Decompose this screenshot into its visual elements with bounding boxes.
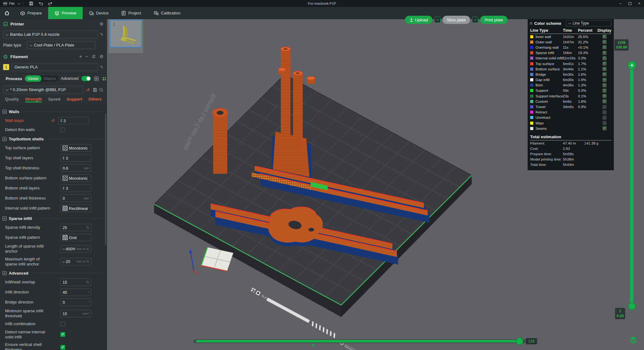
- layers-view-icon[interactable]: [629, 336, 638, 346]
- checkbox[interactable]: [60, 128, 65, 132]
- sync-filament-icon[interactable]: [91, 54, 96, 59]
- redo-icon[interactable]: [48, 2, 53, 6]
- sidebar-scrollbar[interactable]: [105, 113, 106, 245]
- home-button[interactable]: [0, 7, 14, 19]
- upload-button[interactable]: Upload: [405, 16, 432, 24]
- close-button[interactable]: ×: [635, 0, 644, 7]
- display-checkbox[interactable]: [602, 67, 607, 71]
- remove-filament-button[interactable]: −: [85, 54, 88, 59]
- percent-cell: 9.9%: [578, 105, 597, 109]
- display-checkbox[interactable]: [602, 56, 607, 60]
- display-checkbox[interactable]: [602, 99, 607, 103]
- display-checkbox[interactable]: [602, 83, 607, 87]
- display-checkbox[interactable]: [602, 89, 607, 93]
- display-checkbox[interactable]: [602, 110, 607, 114]
- input-field[interactable]: 0.6mm: [60, 164, 91, 172]
- save-preset-icon[interactable]: [93, 88, 97, 92]
- input-field[interactable]: 45°: [60, 288, 91, 296]
- display-checkbox[interactable]: [602, 40, 607, 44]
- checkbox[interactable]: [60, 322, 65, 326]
- tab-project[interactable]: Project: [115, 7, 147, 19]
- reset-icon[interactable]: ↺: [51, 118, 55, 123]
- save-icon[interactable]: [29, 1, 33, 6]
- tab-preview[interactable]: Preview: [48, 7, 82, 19]
- file-menu[interactable]: File: [9, 2, 15, 5]
- advanced-toggle[interactable]: [81, 76, 91, 81]
- input-field[interactable]: 3: [60, 154, 91, 162]
- minimize-button[interactable]: –: [616, 0, 625, 7]
- search-icon[interactable]: [99, 88, 103, 92]
- compare-presets-icon[interactable]: [102, 76, 107, 81]
- layer-slider-bottom-handle[interactable]: [628, 302, 636, 310]
- checkbox[interactable]: [60, 332, 65, 337]
- display-checkbox[interactable]: [602, 35, 607, 39]
- layer-slider-top-handle[interactable]: +: [628, 61, 636, 69]
- stepper-arrows[interactable]: [60, 119, 62, 122]
- display-checkbox[interactable]: [602, 45, 607, 49]
- plate-type-select[interactable]: Cool Plate / PLA Plate: [27, 41, 96, 49]
- input-field[interactable]: 3: [58, 117, 89, 124]
- display-checkbox[interactable]: [602, 62, 607, 66]
- input-field[interactable]: Rectilinear: [60, 205, 91, 212]
- display-checkbox[interactable]: [602, 126, 607, 130]
- display-checkbox[interactable]: [602, 94, 607, 98]
- printer-select[interactable]: Bambu Lab P1P 0.4 nozzle: [3, 30, 98, 38]
- scope-toggle[interactable]: Global Objects: [25, 75, 58, 82]
- process-tab-quality[interactable]: Quality: [5, 97, 19, 102]
- undo-icon[interactable]: [38, 2, 43, 6]
- print-plate-button[interactable]: Print plate: [480, 16, 508, 24]
- edit-filament-icon[interactable]: ✎: [100, 65, 103, 69]
- checkbox[interactable]: [60, 345, 65, 350]
- dropdown-field[interactable]: 20mm or %: [60, 258, 91, 265]
- printer-settings-icon[interactable]: ⚙: [99, 21, 103, 26]
- display-checkbox[interactable]: [602, 121, 607, 125]
- display-checkbox[interactable]: [602, 51, 607, 55]
- tab-device[interactable]: Device: [83, 7, 115, 19]
- display-checkbox[interactable]: [602, 72, 607, 76]
- chevron-down-icon[interactable]: [18, 2, 20, 4]
- move-slider-track[interactable]: [193, 339, 525, 343]
- layer-slider-track[interactable]: [630, 63, 633, 310]
- maximize-button[interactable]: [625, 0, 635, 7]
- input-field[interactable]: Monotonic ...: [60, 144, 91, 152]
- input-field[interactable]: Grid: [60, 234, 91, 241]
- display-checkbox[interactable]: [602, 116, 607, 120]
- filament-settings-icon[interactable]: ⚙: [99, 54, 103, 59]
- scope-global[interactable]: Global: [25, 75, 42, 82]
- input-field[interactable]: 15%: [60, 278, 91, 286]
- input-field[interactable]: 25%: [60, 224, 91, 231]
- filament-select[interactable]: Generic PLA: [12, 63, 98, 71]
- collapse-panel-icon[interactable]: [530, 22, 532, 25]
- slice-plate-button[interactable]: Slice plate: [442, 16, 470, 24]
- move-slider-handle[interactable]: [516, 337, 523, 345]
- input-field[interactable]: 15mm²: [60, 310, 91, 317]
- tab-calibration[interactable]: Calibration: [147, 7, 187, 19]
- plate-thumbnail[interactable]: 1: [110, 20, 142, 47]
- input-field[interactable]: 0mm: [60, 194, 91, 202]
- process-tab-speed[interactable]: Speed: [48, 97, 60, 102]
- input-field[interactable]: 0°: [60, 298, 91, 306]
- display-checkbox[interactable]: [602, 105, 607, 109]
- process-tab-support[interactable]: Support: [67, 97, 82, 102]
- dropdown-field[interactable]: 400%mm or %: [60, 245, 91, 253]
- add-filament-button[interactable]: +: [79, 54, 82, 59]
- input-field[interactable]: 3: [60, 184, 91, 192]
- process-tab-strength[interactable]: Strength: [25, 97, 42, 102]
- process-tab-others[interactable]: Others: [88, 97, 102, 102]
- reset-preset-icon[interactable]: ↺: [86, 87, 90, 92]
- menu-icon[interactable]: [3, 2, 7, 5]
- scope-objects[interactable]: Objects: [44, 77, 56, 80]
- edit-printer-icon[interactable]: ✎: [100, 32, 103, 37]
- view-mode-select[interactable]: Line Type: [566, 20, 611, 26]
- process-preset-select[interactable]: * 0.20mm Strength @BBL P1P: [3, 86, 83, 94]
- slice-dropdown-button[interactable]: [434, 17, 441, 23]
- process-settings: WallsWall loops↺3Detect thin wallsTop/bo…: [0, 106, 107, 350]
- stepper-arrows[interactable]: [63, 187, 64, 190]
- view-list-icon[interactable]: [94, 76, 99, 81]
- display-checkbox[interactable]: [602, 78, 607, 82]
- input-field[interactable]: Monotonic: [60, 174, 91, 182]
- tab-prepare[interactable]: Prepare: [14, 7, 48, 19]
- stepper-arrows[interactable]: [63, 156, 64, 160]
- print-dropdown-button[interactable]: [472, 17, 478, 23]
- color-swatch: [530, 84, 533, 87]
